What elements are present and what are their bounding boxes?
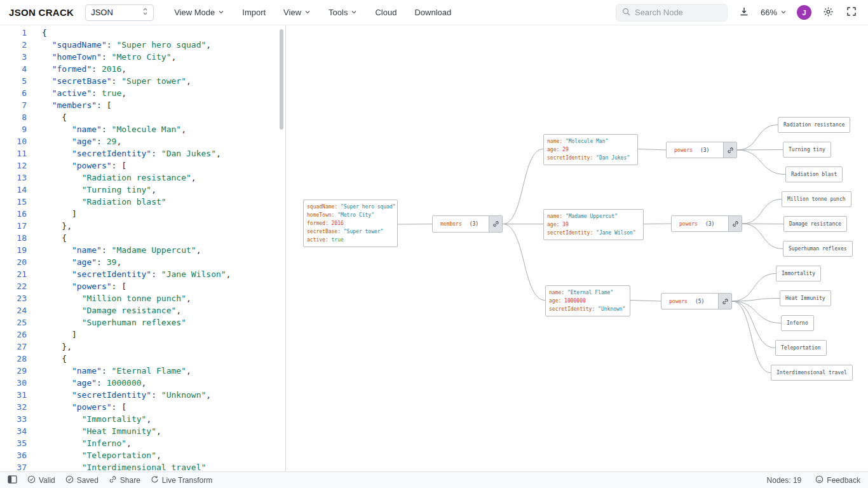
- graph-node-molecule-man[interactable]: name: "Molecule Man"age: 29secretIdentit…: [543, 134, 638, 165]
- collapse-link-icon[interactable]: [718, 294, 731, 309]
- line-number: 9: [0, 123, 27, 135]
- chevron-down-icon: [780, 8, 787, 17]
- code-line: {: [42, 111, 231, 123]
- zoom-control[interactable]: 66%: [761, 8, 787, 17]
- graph-leaf-immortality[interactable]: Immortality: [776, 266, 821, 281]
- menu-view[interactable]: View: [277, 4, 317, 21]
- graph-leaf-inferno[interactable]: Inferno: [781, 315, 814, 331]
- menu-label: View: [283, 8, 301, 17]
- code-line: {: [42, 27, 231, 39]
- search-box[interactable]: [616, 4, 728, 22]
- graph-node-eternal-flame[interactable]: name: "Eternal Flame"age: 1000000secretI…: [545, 285, 630, 316]
- feedback-button[interactable]: Feedback: [815, 475, 860, 485]
- panel-layout-icon: [8, 475, 17, 485]
- gear-icon: [823, 6, 834, 19]
- graph-leaf-heat-immunity[interactable]: Heat Immunity: [780, 290, 831, 306]
- line-number: 13: [0, 172, 27, 184]
- node-row: age: 39: [547, 220, 640, 229]
- format-selector[interactable]: JSON: [85, 4, 154, 21]
- graph-node-powers-madame-uppercut[interactable]: powers(3): [671, 215, 742, 232]
- toolbar-right: 66% J: [616, 4, 868, 22]
- line-number: 22: [0, 280, 27, 292]
- line-number: 36: [0, 449, 27, 461]
- share-button[interactable]: Share: [109, 475, 140, 485]
- search-input[interactable]: [635, 8, 717, 17]
- graph-leaf-radiation-blast[interactable]: Radiation blast: [785, 166, 843, 182]
- graph-node-powers-molecule-man[interactable]: powers(3): [666, 142, 737, 158]
- graph-leaf-million-tonne-punch[interactable]: Million tonne punch: [782, 191, 851, 207]
- node-row: name: "Eternal Flame": [549, 288, 627, 297]
- line-number: 27: [0, 341, 27, 353]
- line-numbers: 1234567891011121314151617181920212223242…: [0, 27, 27, 471]
- zoom-level: 66%: [761, 8, 777, 17]
- line-number: 3: [0, 51, 27, 63]
- code-line: "homeTown": "Metro City",: [42, 51, 231, 63]
- line-number: 15: [0, 196, 27, 208]
- fullscreen-button[interactable]: [845, 5, 858, 20]
- check-circle-icon: [65, 475, 74, 485]
- graph-leaf-teleportation[interactable]: Teleportation: [775, 340, 827, 356]
- code-line: "members": [: [42, 99, 231, 111]
- collapse-link-icon[interactable]: [723, 142, 736, 158]
- line-number: 33: [0, 413, 27, 425]
- menu-view-mode[interactable]: View Mode: [168, 4, 231, 21]
- graph-node-madame-uppercut[interactable]: name: "Madame Uppercut"age: 39secretIden…: [543, 209, 644, 240]
- code-line: "name": "Eternal Flame",: [42, 365, 231, 377]
- menu-download[interactable]: Download: [408, 4, 458, 21]
- status-bar: Valid Saved Share Live Transform Nodes: …: [0, 471, 868, 488]
- graph-leaf-turning-tiny[interactable]: Turning tiny: [783, 142, 831, 158]
- download-image-button[interactable]: [738, 5, 750, 20]
- line-number: 34: [0, 425, 27, 437]
- code-line: "powers": [: [42, 401, 231, 413]
- line-number: 16: [0, 208, 27, 220]
- graph-leaf-interdimensional-travel[interactable]: Interdimensional travel: [771, 365, 853, 381]
- live-transform-toggle[interactable]: Live Transform: [151, 475, 212, 485]
- code-line: "Million tonne punch",: [42, 292, 231, 304]
- line-number: 23: [0, 292, 27, 304]
- node-row: homeTown: "Metro City": [307, 211, 394, 219]
- code-line: "age": 1000000,: [42, 377, 231, 389]
- code-line: "Superhuman reflexes": [42, 316, 231, 329]
- menu-tools[interactable]: Tools: [322, 4, 363, 21]
- code-line: {: [42, 232, 231, 244]
- editor-scrollbar[interactable]: [280, 29, 283, 130]
- json-editor[interactable]: 1234567891011121314151617181920212223242…: [0, 25, 286, 471]
- saved-status: Saved: [65, 475, 98, 485]
- menu-import[interactable]: Import: [236, 4, 272, 21]
- toggle-panel-button[interactable]: [8, 475, 17, 485]
- code-area[interactable]: { "squadName": "Super hero squad", "home…: [42, 27, 231, 471]
- avatar[interactable]: J: [797, 5, 811, 20]
- code-line: "secretIdentity": "Dan Jukes",: [42, 147, 231, 159]
- collapse-link-icon[interactable]: [489, 216, 502, 232]
- collapse-link-icon[interactable]: [728, 216, 742, 231]
- line-number: 30: [0, 377, 27, 389]
- graph-node-powers-eternal-flame[interactable]: powers(5): [661, 293, 732, 309]
- code-line: "Inferno",: [42, 437, 231, 449]
- line-number: 7: [0, 99, 27, 111]
- code-line: "Teleportation",: [42, 449, 231, 461]
- graph-leaf-superhuman-reflexes[interactable]: Superhuman reflexes: [783, 241, 853, 257]
- settings-button[interactable]: [822, 5, 835, 20]
- menu-cloud[interactable]: Cloud: [369, 4, 403, 21]
- graph-node-members[interactable]: members(3): [432, 215, 503, 233]
- node-row: name: "Molecule Man": [547, 137, 634, 146]
- code-line: },: [42, 220, 231, 232]
- node-row: age: 29: [547, 146, 634, 154]
- line-number: 21: [0, 268, 27, 280]
- code-line: "formed": 2016,: [42, 63, 231, 75]
- valid-label: Valid: [39, 476, 55, 485]
- graph-canvas[interactable]: squadName: "Super hero squad"homeTown: "…: [287, 25, 868, 471]
- code-line: "Turning tiny",: [42, 184, 231, 196]
- top-toolbar: JSON CRACK JSON View ModeImportViewTools…: [0, 0, 868, 25]
- code-line: "name": "Madame Uppercut",: [42, 244, 231, 256]
- share-label: Share: [120, 476, 140, 485]
- chevron-down-icon: [218, 8, 224, 17]
- code-line: "age": 39,: [42, 256, 231, 268]
- graph-node-root[interactable]: squadName: "Super hero squad"homeTown: "…: [303, 200, 398, 247]
- smiley-icon: [815, 475, 824, 485]
- graph-leaf-radiation-resistance[interactable]: Radiation resistance: [778, 117, 850, 133]
- node-row: secretBase: "Super tower": [307, 227, 394, 236]
- code-line: },: [42, 341, 231, 353]
- line-number: 20: [0, 256, 27, 268]
- graph-leaf-damage-resistance[interactable]: Damage resistance: [783, 216, 847, 232]
